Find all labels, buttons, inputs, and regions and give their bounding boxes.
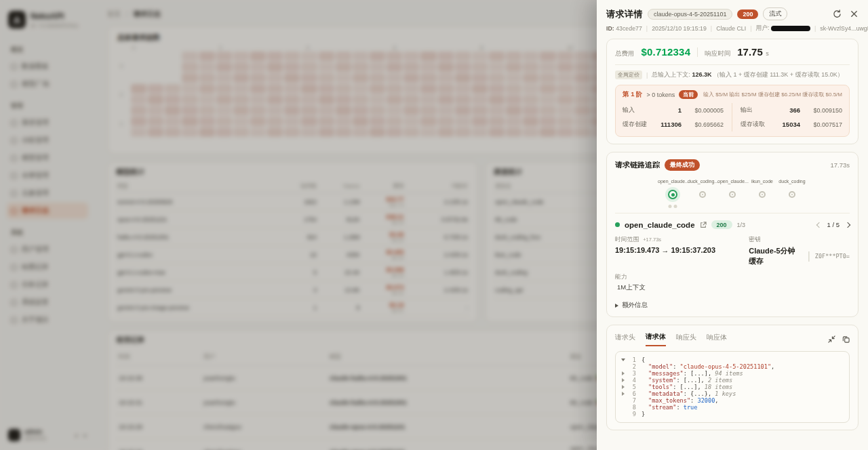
trace-subattempt-dots	[669, 205, 677, 208]
line-number: 3	[627, 370, 636, 377]
code-line: 6"metadata": {...}, 1 keys	[620, 390, 845, 397]
code-token: 2 items	[708, 377, 732, 384]
tier-usage-cell: 输入1$0.000005	[623, 103, 732, 117]
code-token: 94 items	[715, 370, 743, 377]
tier-cell-price: $0.000005	[682, 107, 724, 114]
capability-label: 能力	[615, 273, 749, 281]
code-token: :	[673, 363, 679, 370]
trace-node-circle-wrap	[777, 186, 807, 203]
code-fold-icon[interactable]	[620, 385, 627, 389]
trace-title: 请求链路追踪	[615, 160, 660, 170]
extra-info-toggle[interactable]: 额外信息	[615, 301, 850, 310]
tier-cell-count: 15034	[783, 121, 800, 128]
external-link-icon[interactable]	[700, 222, 707, 228]
caret-right-icon	[622, 371, 625, 375]
collapse-icon[interactable]	[828, 335, 835, 343]
code-token: :	[676, 404, 683, 411]
code-line: 4"system": [...], 2 items	[620, 377, 845, 384]
tab-inactive[interactable]: 响应头	[676, 333, 696, 346]
code-token: 18 items	[705, 384, 732, 390]
code-line: 1{	[620, 356, 845, 363]
code-token: "claude-opus-4-5-20251101"	[680, 363, 772, 370]
refresh-icon[interactable]	[833, 9, 842, 18]
code-token: "max_tokens"	[648, 397, 690, 404]
context-label: 总输入上下文:	[652, 71, 690, 78]
code-content: "max_tokens": 32000,	[642, 397, 719, 404]
payload-card: 请求头请求体响应头响应体 1{2"model": "claude-opus-4-…	[606, 325, 859, 430]
code-fold-icon[interactable]	[620, 378, 627, 382]
trace-node-label: ikun_code	[747, 179, 777, 184]
code-content: }	[642, 411, 645, 417]
line-number: 9	[627, 411, 636, 417]
request-time: 2025/12/10 19:15:19	[652, 25, 707, 32]
trace-node-circle-wrap	[717, 186, 747, 203]
trace-node[interactable]: open_claude...	[658, 179, 688, 203]
code-content: "stream": true	[642, 404, 697, 411]
trace-node-circle-wrap	[688, 186, 717, 203]
trace-node-circle-icon[interactable]	[789, 191, 795, 198]
close-icon[interactable]	[850, 9, 859, 18]
extra-info-label: 额外信息	[622, 301, 648, 310]
code-token: }	[642, 411, 645, 417]
json-viewer[interactable]: 1{2"model": "claude-opus-4-5-20251101",3…	[615, 351, 850, 423]
prev-page-icon[interactable]	[816, 222, 821, 227]
trace-node[interactable]: duck_coding	[777, 179, 807, 203]
tier-name: 第 1 阶	[623, 90, 643, 99]
code-content: {	[642, 356, 645, 363]
tier-usage-cell: 缓存读取15034$0.007517	[732, 117, 842, 131]
code-fold-icon[interactable]	[620, 392, 627, 396]
stream-badge: 流式	[763, 7, 787, 20]
redacted-username	[771, 26, 810, 31]
trace-status-badge: 最终成功	[665, 159, 700, 171]
latency-value: 17.75	[737, 46, 763, 58]
total-cost-value: $0.712334	[642, 46, 691, 58]
code-token: :	[690, 397, 697, 404]
trace-node-circle-icon[interactable]	[699, 191, 706, 198]
tier-cell-price: $0.007517	[800, 121, 842, 128]
tab-active[interactable]: 请求体	[646, 332, 666, 346]
code-fold-icon[interactable]	[620, 359, 627, 361]
line-number: 4	[627, 377, 636, 384]
total-cost-label: 总费用	[615, 49, 635, 58]
panel-title: 请求详情	[606, 8, 643, 20]
code-content: "system": [...], 2 items	[642, 377, 732, 384]
code-token: "metadata"	[648, 390, 684, 397]
user-label: 用户:	[755, 24, 769, 31]
latency-unit: s	[766, 50, 769, 57]
code-token: "model"	[648, 363, 673, 370]
tier-range: > 0 tokens	[647, 91, 675, 98]
trace-node-circle-icon[interactable]	[729, 191, 736, 198]
success-dot-icon	[615, 222, 620, 227]
tab-inactive[interactable]: 响应体	[707, 333, 727, 346]
context-total: 126.3K	[692, 71, 711, 78]
tier-cell-label: 输入	[623, 106, 635, 115]
tier-current-badge: 当前	[679, 90, 698, 99]
code-token: 32000	[697, 397, 715, 404]
key-masked-value: Z0F***PT0=	[815, 253, 850, 260]
code-token: true	[684, 404, 698, 411]
code-line: 5"tools": [...], 18 items	[620, 384, 845, 390]
trace-duration: 17.73s	[830, 161, 850, 169]
code-token: : [...],	[673, 384, 705, 390]
code-token: 1 keys	[715, 390, 736, 397]
trace-node-circle-icon[interactable]	[759, 191, 766, 198]
trace-node[interactable]: ikun_code	[747, 179, 777, 203]
pricing-tier-box: 第 1 阶 > 0 tokens 当前 输入 $5/M 输出 $25/M 缓存创…	[615, 85, 850, 137]
trace-node[interactable]: open_claude...	[717, 179, 747, 203]
code-line: 8"stream": true	[620, 404, 845, 411]
copy-icon[interactable]	[842, 335, 850, 343]
tab-inactive[interactable]: 请求头	[615, 333, 635, 346]
code-token: ,	[715, 397, 718, 404]
trace-node-circle-icon[interactable]	[668, 190, 677, 199]
code-fold-icon[interactable]	[620, 371, 627, 375]
trace-node[interactable]: duck_coding...	[688, 179, 717, 203]
subattempt-dot	[674, 205, 677, 208]
code-content: "tools": [...], 18 items	[642, 384, 732, 390]
trace-node-label: duck_coding...	[688, 179, 717, 184]
line-number: 1	[627, 356, 636, 363]
next-page-icon[interactable]	[845, 222, 850, 227]
tier-cell-label: 缓存读取	[741, 120, 765, 129]
code-token: "messages"	[648, 370, 684, 377]
status-code-badge: 200	[737, 9, 758, 19]
code-content: "messages": [...], 94 items	[642, 370, 743, 377]
